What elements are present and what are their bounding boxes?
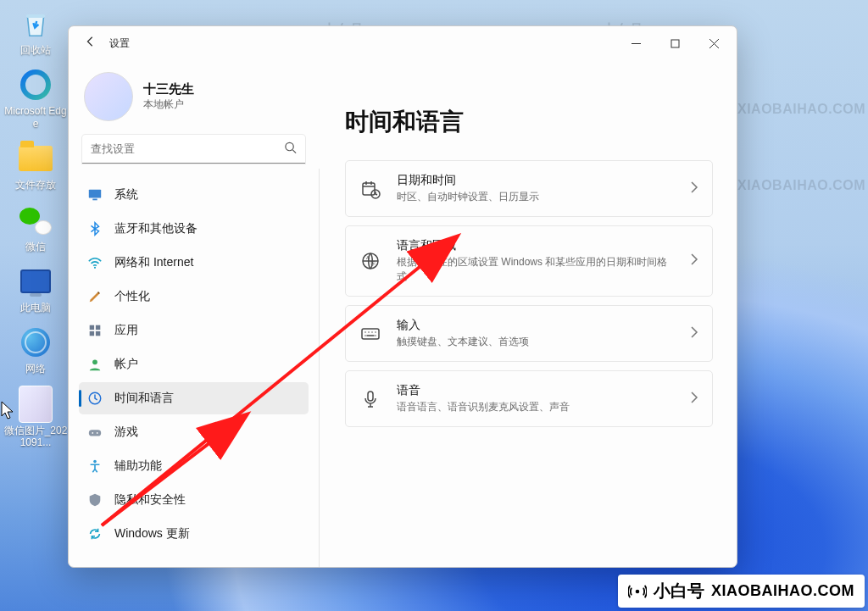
svg-rect-6: [90, 325, 94, 330]
svg-rect-21: [362, 329, 379, 339]
svg-point-25: [636, 589, 640, 593]
nav-apps[interactable]: 应用: [79, 314, 309, 347]
desktop-icon-label: 微信: [3, 241, 68, 253]
globe-language-icon: A字: [359, 250, 381, 272]
wifi-icon: [87, 255, 103, 270]
desktop-icon-edge[interactable]: Microsoft Edge: [3, 68, 68, 130]
close-button[interactable]: [694, 30, 733, 57]
nav-gaming[interactable]: 游戏: [79, 416, 309, 448]
card-subtitle: 时区、自动时钟设置、日历显示: [397, 190, 675, 204]
card-input[interactable]: 输入 触摸键盘、文本建议、首选项: [345, 305, 713, 362]
calendar-clock-icon: [359, 178, 381, 200]
desktop-icon-network[interactable]: 网络: [3, 325, 68, 375]
desktop-icon-label: 网络: [3, 363, 68, 375]
badge-en: XIAOBAIHAO.COM: [711, 582, 854, 600]
desktop-icon-recycle-bin[interactable]: 回收站: [3, 7, 68, 56]
card-date-time[interactable]: 日期和时间 时区、自动时钟设置、日历显示: [345, 160, 713, 217]
desktop-icon-label: 文件存放: [3, 179, 68, 191]
svg-rect-0: [26, 14, 45, 18]
svg-rect-3: [89, 190, 101, 198]
nav-system[interactable]: 系统: [79, 179, 309, 211]
globe-icon: [19, 325, 53, 359]
desktop-icon-wechat[interactable]: 微信: [3, 203, 68, 253]
desktop-icon-this-pc[interactable]: 此电脑: [3, 264, 68, 314]
svg-rect-7: [96, 325, 100, 330]
desktop-icon-label: 此电脑: [3, 302, 68, 314]
profile-name: 十三先生: [143, 81, 194, 97]
nav-privacy[interactable]: 隐私和安全性: [79, 484, 309, 516]
nav-label: 隐私和安全性: [114, 492, 186, 508]
window-title: 设置: [109, 36, 130, 51]
clock-globe-icon: [87, 391, 103, 406]
svg-rect-22: [368, 392, 373, 401]
person-icon: [87, 357, 103, 372]
svg-rect-1: [671, 40, 679, 47]
minimize-button[interactable]: [616, 30, 655, 57]
nav-windows-update[interactable]: Windows 更新: [79, 518, 309, 550]
nav-network[interactable]: 网络和 Internet: [79, 247, 309, 279]
svg-rect-9: [96, 331, 100, 336]
nav-label: 游戏: [114, 425, 138, 440]
folder-icon: [19, 142, 53, 175]
nav-personalization[interactable]: 个性化: [79, 281, 309, 313]
apps-icon: [87, 323, 103, 338]
svg-rect-16: [363, 183, 375, 195]
desktop-icon-label: 回收站: [3, 44, 68, 56]
chevron-right-icon: [690, 181, 698, 197]
shield-icon: [87, 492, 103, 508]
desktop-icon-label: 微信图片_2021091...: [3, 425, 68, 449]
update-icon: [87, 526, 103, 542]
svg-point-14: [97, 432, 98, 434]
card-subtitle: 触摸键盘、文本建议、首选项: [397, 335, 675, 349]
gamepad-icon: [87, 425, 103, 440]
svg-point-15: [93, 460, 97, 464]
desktop-icons: 回收站 Microsoft Edge 文件存放 微信 此电脑 网络 微信图片_2…: [3, 7, 71, 461]
keyboard-icon: [359, 323, 381, 345]
sidebar: 十三先生 本地帐户 系统 蓝牙和其他设备: [69, 60, 319, 567]
maximize-button[interactable]: [655, 30, 694, 57]
search-icon: [284, 142, 297, 158]
card-title: 输入: [397, 318, 675, 333]
titlebar[interactable]: 设置: [69, 26, 737, 60]
back-button[interactable]: [79, 36, 103, 51]
paintbrush-icon: [87, 289, 103, 304]
bluetooth-icon: [87, 221, 103, 236]
svg-text:A: A: [366, 255, 370, 260]
monitor-icon: [19, 264, 53, 298]
search-input[interactable]: [82, 135, 305, 164]
microphone-icon: [359, 388, 381, 410]
avatar: [84, 72, 133, 121]
nav-accessibility[interactable]: 辅助功能: [79, 450, 309, 482]
svg-rect-4: [92, 199, 97, 201]
main-content: 时间和语言 日期和时间 时区、自动时钟设置、日历显示 A字 语言和区域 根据你所…: [320, 60, 737, 567]
svg-rect-8: [90, 331, 94, 336]
search-box[interactable]: [82, 135, 305, 164]
wechat-icon: [19, 203, 53, 237]
nav-label: 应用: [114, 323, 138, 338]
xiaobaihao-badge: 小白号 XIAOBAIHAO.COM: [618, 575, 865, 608]
monitor-icon: [87, 187, 103, 203]
nav-label: 网络和 Internet: [114, 255, 193, 270]
svg-point-5: [94, 267, 96, 269]
card-title: 日期和时间: [397, 173, 675, 188]
card-speech[interactable]: 语音 语音语言、语音识别麦克风设置、声音: [345, 370, 713, 427]
nav-bluetooth[interactable]: 蓝牙和其他设备: [79, 213, 309, 245]
card-title: 语音: [397, 383, 675, 398]
image-thumbnail-icon: [19, 387, 53, 421]
chevron-right-icon: [690, 392, 698, 407]
nav-accounts[interactable]: 帐户: [79, 348, 309, 380]
desktop-icon-folder[interactable]: 文件存放: [3, 142, 68, 191]
nav-label: 辅助功能: [114, 458, 162, 474]
badge-cn: 小白号: [654, 580, 704, 603]
card-title: 语言和区域: [397, 238, 675, 253]
page-title: 时间和语言: [345, 106, 713, 138]
nav-label: 帐户: [114, 357, 138, 372]
profile-section[interactable]: 十三先生 本地帐户: [79, 65, 309, 135]
nav-list: 系统 蓝牙和其他设备 网络和 Internet 个性化 应用: [79, 179, 309, 550]
recycle-bin-icon: [19, 7, 53, 41]
svg-point-13: [92, 432, 93, 434]
nav-time-language[interactable]: 时间和语言: [79, 382, 309, 414]
chevron-right-icon: [690, 253, 698, 269]
card-language-region[interactable]: A字 语言和区域 根据你所在的区域设置 Windows 和某些应用的日期和时间格…: [345, 225, 713, 297]
svg-text:字: 字: [370, 260, 376, 266]
